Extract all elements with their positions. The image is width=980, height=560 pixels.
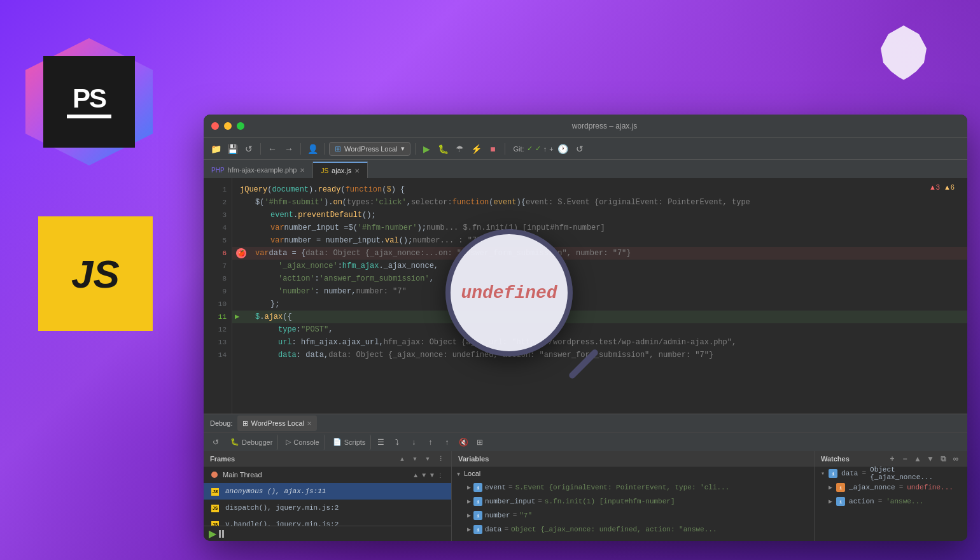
tab-php-close[interactable]: ✕ bbox=[300, 167, 305, 174]
var-ni-name: number_input bbox=[485, 498, 535, 505]
frames-filter-icon[interactable]: ▼ bbox=[423, 454, 432, 463]
debug-tab-close[interactable]: ✕ bbox=[307, 420, 312, 427]
watch-actions: + − ▲ ▼ ⧉ ∞ bbox=[887, 454, 961, 464]
var-num-name: number bbox=[485, 512, 510, 519]
frame-dispatch[interactable]: JS dispatch(), jquery.min.js:2 bbox=[204, 500, 451, 516]
maximize-button[interactable] bbox=[237, 122, 244, 130]
var-data-expand[interactable]: ▶ bbox=[467, 526, 471, 533]
minimize-button[interactable] bbox=[224, 122, 232, 130]
tabs-bar: PHP hfm-ajax-example.php ✕ JS ajax.js ✕ bbox=[204, 159, 967, 178]
git-push-icon[interactable]: ↑ bbox=[543, 145, 547, 153]
watch-add-icon[interactable]: + bbox=[887, 454, 897, 464]
code-line-10: }; bbox=[232, 298, 967, 311]
var-event-icon: i bbox=[473, 483, 482, 492]
watch-remove-icon[interactable]: − bbox=[900, 454, 910, 464]
debug-tab-wordpress-local[interactable]: ⊞ WordPress Local ✕ bbox=[237, 416, 317, 431]
frame-anonymous[interactable]: JS anonymous (), ajax.js:11 bbox=[204, 483, 451, 500]
tab-js-close[interactable]: ✕ bbox=[354, 167, 360, 174]
tab-php[interactable]: PHP hfm-ajax-example.php ✕ bbox=[204, 162, 313, 178]
watch-nonce-expand[interactable]: ▶ bbox=[829, 484, 832, 491]
refresh-icon[interactable]: ↺ bbox=[242, 142, 256, 156]
line-9: 9 bbox=[204, 285, 232, 298]
var-event-expand[interactable]: ▶ bbox=[467, 484, 471, 491]
history-icon[interactable]: 🕐 bbox=[556, 142, 570, 156]
var-ni-expand[interactable]: ▶ bbox=[467, 498, 471, 505]
debug-icon[interactable]: 🐛 bbox=[437, 142, 451, 156]
watch-up-icon[interactable]: ▲ bbox=[913, 454, 923, 464]
scripts-tab[interactable]: 📄 Scripts bbox=[328, 435, 372, 450]
thread-more-icon[interactable]: ⋮ bbox=[437, 472, 444, 479]
coverage-icon[interactable]: ☂ bbox=[453, 142, 467, 156]
revert-icon[interactable]: ↺ bbox=[573, 142, 587, 156]
tab-js[interactable]: JS ajax.js ✕ bbox=[313, 162, 368, 178]
frames-up-icon[interactable]: ▲ bbox=[398, 454, 407, 463]
git-check2-icon[interactable]: ✓ bbox=[535, 144, 541, 153]
frames-header: Frames ▲ ▼ ▼ ⋮ bbox=[204, 451, 451, 466]
var-event-val: S.Event {originalEvent: PointerEvent, ty… bbox=[515, 484, 730, 491]
local-header[interactable]: ▾ Local bbox=[452, 466, 814, 480]
var-num-eq: = bbox=[513, 512, 517, 519]
code-line-9: 'number': number, number: "7" bbox=[232, 285, 967, 298]
back-icon[interactable]: ← bbox=[265, 142, 279, 156]
line-10: 10 bbox=[204, 298, 232, 311]
line-numbers: 1 2 3 4 5 6 7 8 9 10 11 12 13 14 bbox=[204, 178, 232, 414]
thread-up-icon[interactable]: ▲ bbox=[412, 472, 419, 479]
watch-down-icon[interactable]: ▼ bbox=[925, 454, 935, 464]
watch-action-expand[interactable]: ▶ bbox=[829, 498, 832, 505]
console-tab[interactable]: ▷ Console bbox=[281, 435, 325, 450]
profile-icon[interactable]: ⚡ bbox=[470, 142, 484, 156]
watch-data-expand[interactable]: ▾ bbox=[821, 470, 825, 477]
step-out-icon[interactable]: ↑ bbox=[423, 435, 437, 449]
debug-label: Debug: bbox=[210, 419, 232, 427]
var-data-eq: = bbox=[504, 526, 508, 533]
var-number-input: ▶ i number_input = s.fn.init(1) [input#h… bbox=[452, 494, 814, 508]
var-num-val: "7" bbox=[519, 512, 532, 519]
grid-icon[interactable]: ⊞ bbox=[473, 435, 487, 449]
var-data-val: Object {_ajax_nonce: undefined, action: … bbox=[511, 526, 717, 533]
close-button[interactable] bbox=[211, 122, 219, 130]
thread-filter-icon[interactable]: ▼ bbox=[429, 472, 435, 479]
code-editor[interactable]: ▲3 ▲6 jQuery(document).ready(function ($… bbox=[232, 178, 967, 414]
watch-more-icon[interactable]: ∞ bbox=[951, 454, 961, 464]
git-check-icon[interactable]: ✓ bbox=[527, 144, 533, 153]
watch-copy-icon[interactable]: ⧉ bbox=[938, 454, 948, 464]
step-into-icon[interactable]: ↓ bbox=[407, 435, 421, 449]
user-icon[interactable]: 👤 bbox=[305, 142, 319, 156]
thread-down-icon[interactable]: ▼ bbox=[421, 472, 427, 479]
stop-icon[interactable]: ■ bbox=[486, 142, 500, 156]
local-expand-icon[interactable]: ▾ bbox=[457, 470, 460, 477]
folder-icon[interactable]: 📁 bbox=[209, 142, 223, 156]
run-icon[interactable]: ▶ bbox=[420, 142, 434, 156]
frame-vhandle[interactable]: JS v.handle(), jquery.min.js:2 bbox=[204, 516, 451, 526]
frames-more-icon[interactable]: ⋮ bbox=[436, 454, 445, 463]
mute-icon[interactable]: 🔇 bbox=[456, 435, 470, 449]
var-num-expand[interactable]: ▶ bbox=[467, 512, 471, 519]
forward-icon[interactable]: → bbox=[282, 142, 296, 156]
step-over-icon[interactable]: ⤵ bbox=[390, 435, 404, 449]
debug-title-bar: Debug: ⊞ WordPress Local ✕ bbox=[204, 414, 967, 432]
save-icon[interactable]: 💾 bbox=[225, 142, 239, 156]
git-label: Git: bbox=[514, 145, 524, 153]
var-data-icon: i bbox=[473, 525, 482, 534]
wp-icon: ⊞ bbox=[335, 144, 341, 153]
separator-5 bbox=[505, 143, 505, 155]
git-section: Git: ✓ ✓ ↑ + 🕐 ↺ bbox=[514, 142, 587, 156]
frames-down-icon[interactable]: ▼ bbox=[410, 454, 419, 463]
watch-data-eq: = bbox=[862, 470, 866, 477]
git-plus-icon[interactable]: + bbox=[549, 145, 553, 153]
frame-js-icon-3: JS bbox=[211, 521, 220, 526]
pause-program-icon[interactable] bbox=[219, 530, 224, 538]
debugger-tab[interactable]: 🐛 Debugger bbox=[225, 435, 278, 450]
line-12: 12 bbox=[204, 323, 232, 336]
line-1: 1 bbox=[204, 183, 232, 196]
frames-bottom: ▶ bbox=[204, 526, 451, 541]
resume-icon[interactable]: ↑ bbox=[440, 435, 454, 449]
window-title: wordpress – ajax.js bbox=[249, 122, 960, 130]
green-arrow-icon: ▶ bbox=[235, 312, 239, 321]
main-thread-item[interactable]: Main Thread ▲ ▼ ▼ ⋮ bbox=[204, 466, 451, 483]
frames-panel: Frames ▲ ▼ ▼ ⋮ Main Thread ▲ ▼ bbox=[204, 451, 452, 541]
wordpress-local-button[interactable]: ⊞ WordPress Local ▾ bbox=[329, 142, 410, 156]
resume-program-icon[interactable]: ▶ bbox=[209, 528, 216, 540]
refresh-debug-icon[interactable]: ↺ bbox=[209, 435, 223, 449]
list-icon[interactable]: ☰ bbox=[374, 435, 388, 449]
